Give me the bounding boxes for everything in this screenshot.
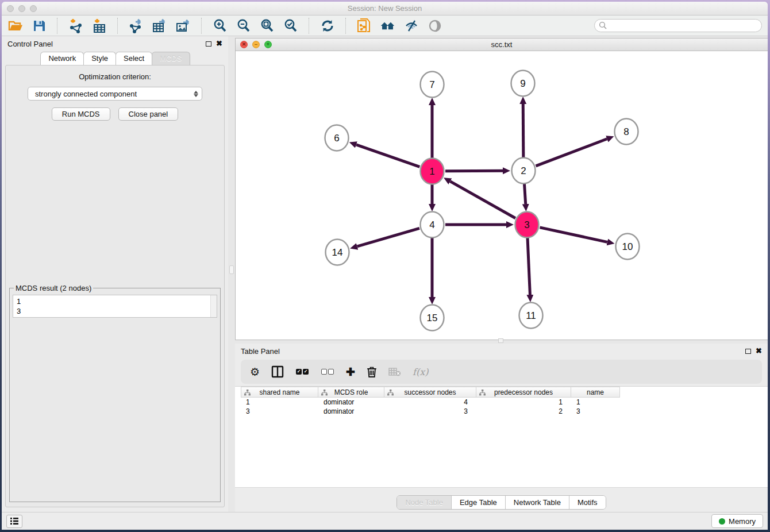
column-header-shared-name[interactable]: shared name (241, 387, 318, 398)
export-image-icon[interactable] (175, 18, 191, 33)
tab-mcds[interactable]: MCDS (152, 52, 190, 65)
column-header-MCDS-role[interactable]: MCDS role (318, 387, 384, 398)
table-cell[interactable]: 1 (476, 398, 571, 407)
vertical-splitter[interactable] (228, 36, 235, 512)
dropdown-selected-value: strongly connected component (35, 90, 137, 98)
graph-edge-3-11[interactable] (528, 238, 530, 295)
splitter-grip[interactable] (229, 265, 234, 274)
export-table-icon[interactable] (152, 18, 167, 33)
delete-table-icon[interactable] (388, 365, 401, 379)
close-panel-button[interactable]: Close panel (118, 107, 179, 121)
table-cell[interactable]: 1 (571, 398, 620, 407)
open-session-icon[interactable] (7, 18, 23, 33)
refresh-layout-icon[interactable] (319, 18, 335, 33)
graph-edge-4-14[interactable] (357, 228, 419, 246)
column-header-label: predecessor nodes (494, 388, 553, 396)
graph-node-label: 11 (526, 310, 536, 321)
desktop-frame: Session: New Session (0, 0, 770, 532)
memory-button[interactable]: Memory (711, 514, 763, 528)
function-builder-icon[interactable]: f(x) (413, 365, 428, 379)
control-panel-tabs: Network Style Select MCDS (2, 51, 228, 65)
tab-style[interactable]: Style (83, 52, 116, 65)
first-neighbors-icon[interactable] (380, 18, 395, 33)
graph-edge-1-6[interactable] (356, 145, 419, 167)
window-title: Session: New Session (2, 4, 768, 13)
table-row[interactable]: 1dominator411 (241, 398, 768, 407)
table-cell[interactable]: 1 (241, 398, 318, 407)
close-panel-icon[interactable]: ✖ (756, 348, 762, 354)
unselect-all-icon[interactable] (321, 365, 334, 379)
save-session-icon[interactable] (31, 18, 47, 33)
graph-node-label: 10 (622, 241, 633, 252)
table-options-gear-icon[interactable]: ⚙ (250, 365, 260, 379)
column-header-name[interactable]: name (571, 387, 620, 398)
export-network-icon[interactable] (128, 18, 144, 33)
table-cell[interactable]: dominator (318, 398, 384, 407)
table-cell[interactable]: 4 (384, 398, 476, 407)
mcds-result-textarea[interactable]: 13 (13, 295, 217, 318)
table-cell[interactable]: 2 (476, 407, 571, 416)
table-panel-titlebar: Table Panel ✖ (235, 344, 768, 358)
toolbar-separator (57, 18, 57, 34)
graph-edge-2-9[interactable] (523, 104, 523, 157)
table-panel-title: Table Panel (241, 347, 280, 356)
import-network-icon[interactable] (68, 18, 83, 33)
search-input[interactable] (594, 19, 762, 32)
graph-edge-2-8[interactable] (536, 139, 607, 166)
table-cell[interactable]: 3 (384, 407, 476, 416)
column-type-icon (244, 390, 251, 396)
float-panel-icon[interactable] (745, 349, 751, 354)
table-cell[interactable]: 3 (571, 407, 620, 416)
table-panel: Table Panel ✖ ⚙ ✓✓ ✚ (235, 344, 768, 512)
hide-selected-icon[interactable] (403, 18, 419, 33)
table-cell[interactable]: dominator (318, 407, 384, 416)
graph-node-label: 9 (520, 78, 525, 89)
optimization-criterion-label: Optimization criterion: (6, 72, 224, 81)
graph-edge-1-2[interactable] (445, 171, 503, 171)
network-window-titlebar[interactable]: ✕ – + scc.txt (236, 38, 768, 51)
import-table-icon[interactable] (91, 18, 107, 33)
graph-edge-2-3[interactable] (524, 184, 525, 204)
table-row[interactable]: 3dominator323 (241, 407, 768, 416)
zoom-in-icon[interactable] (212, 18, 228, 33)
mcds-result-box: MCDS result (2 nodes) 13 (9, 284, 221, 502)
task-history-button[interactable] (6, 515, 22, 528)
zoom-fit-icon[interactable] (259, 18, 275, 33)
column-header-label: name (587, 388, 604, 396)
fit-columns-icon[interactable] (271, 365, 284, 379)
horizontal-splitter[interactable] (235, 340, 768, 344)
network-canvas[interactable]: 1234678910111415 (236, 51, 768, 340)
tab-network[interactable]: Network (40, 52, 84, 65)
graph-node-label: 1 (429, 166, 434, 177)
table-cell[interactable]: 3 (241, 407, 318, 416)
graph-edge-3-1[interactable] (450, 182, 515, 218)
show-all-icon[interactable] (427, 18, 442, 33)
float-panel-icon[interactable] (206, 41, 211, 47)
splitter-grip[interactable] (498, 338, 503, 343)
result-scrollbar[interactable] (210, 295, 217, 317)
network-window: ✕ – + scc.txt 1234678910111415 (235, 38, 768, 340)
zoom-out-icon[interactable] (236, 18, 251, 33)
run-mcds-button[interactable]: Run MCDS (52, 107, 110, 121)
delete-row-icon[interactable] (367, 365, 377, 379)
optimization-criterion-select[interactable]: strongly connected component (28, 87, 202, 101)
tab-network-table[interactable]: Network Table (506, 496, 569, 509)
network-window-title: scc.txt (236, 40, 768, 49)
table-toolbar: ⚙ ✓✓ ✚ f(x) (241, 360, 762, 384)
table-hscrollbar[interactable] (235, 487, 768, 493)
zoom-selected-icon[interactable] (283, 18, 298, 33)
column-header-successor-nodes[interactable]: successor nodes (384, 387, 476, 398)
graph-node-label: 6 (334, 133, 339, 144)
add-column-icon[interactable]: ✚ (346, 365, 355, 379)
graph-edge-3-10[interactable] (540, 228, 607, 242)
close-panel-icon[interactable]: ✖ (216, 41, 222, 47)
tab-motifs[interactable]: Motifs (569, 496, 606, 509)
clone-network-icon[interactable] (356, 18, 372, 33)
column-header-predecessor-nodes[interactable]: predecessor nodes (476, 387, 571, 398)
tab-select[interactable]: Select (116, 52, 152, 65)
select-all-icon[interactable]: ✓✓ (295, 365, 309, 379)
app-window: Session: New Session (2, 2, 768, 530)
toolbar-separator (345, 18, 346, 34)
tab-node-table[interactable]: Node Table (397, 496, 452, 509)
tab-edge-table[interactable]: Edge Table (452, 496, 506, 509)
